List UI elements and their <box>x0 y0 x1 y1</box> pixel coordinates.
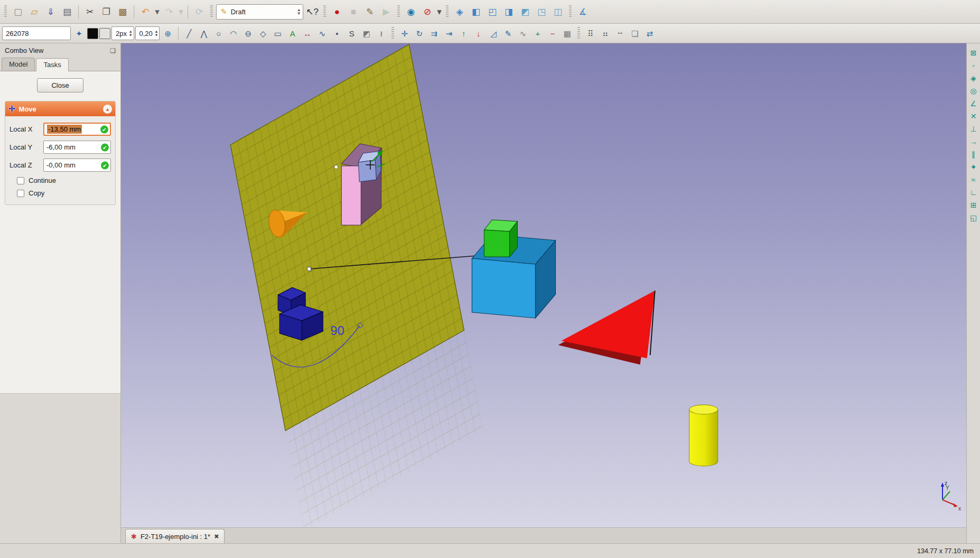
snap-midpoint-button[interactable]: ◈ <box>968 72 979 83</box>
scale-spinbox[interactable]: 0,20 ▴▾ <box>135 26 160 40</box>
toolbar-handle[interactable] <box>323 5 326 18</box>
draft-ellipse-button[interactable]: ⊖ <box>241 26 255 41</box>
cylinder-object[interactable] <box>689 405 718 466</box>
snap-working-plane-button[interactable]: ◱ <box>968 212 979 223</box>
macro-edit-button[interactable]: ✎ <box>362 4 378 20</box>
draft-shapestring-button[interactable]: S <box>344 26 359 41</box>
line-width-selector[interactable]: 2px ▴▾ <box>111 26 134 40</box>
draft-trimex-button[interactable]: ⇥ <box>442 26 456 41</box>
draft-line-button[interactable]: ╱ <box>182 26 196 41</box>
toolbar-handle[interactable] <box>577 27 580 40</box>
snap-perpendicular-button[interactable]: ⊥ <box>968 123 979 134</box>
collapse-panel-icon[interactable]: ▴ <box>103 105 112 114</box>
draft-clone-button[interactable]: ❏ <box>628 26 642 41</box>
draft-point-array-button[interactable]: ⠒ <box>613 26 627 41</box>
snap-endpoint-button[interactable]: ◦ <box>968 60 979 71</box>
redo-menu-button[interactable]: ▾ <box>178 4 184 20</box>
coordinate-input[interactable]: 262078 <box>2 26 71 40</box>
workbench-selector[interactable]: ✎ Draft ▴▾ <box>216 4 303 20</box>
snap-parallel-button[interactable]: ∥ <box>968 148 979 160</box>
view-rear-button[interactable]: ◩ <box>517 4 533 20</box>
local-z-input[interactable]: -0,00 mm ✔ <box>43 159 111 172</box>
snap-lock-button[interactable]: ⊠ <box>968 47 979 58</box>
toolbar-handle[interactable] <box>391 27 394 40</box>
draft-point-button[interactable]: • <box>330 26 344 41</box>
toolbar-handle[interactable] <box>4 5 7 18</box>
draft-circle-button[interactable]: ○ <box>211 26 226 41</box>
draft-offset-button[interactable]: ⇉ <box>427 26 441 41</box>
view-left-button[interactable]: ◫ <box>550 4 566 20</box>
save-button[interactable]: ⇓ <box>43 4 59 20</box>
toolbar-handle[interactable] <box>569 5 572 18</box>
macro-record-button[interactable]: ● <box>329 4 345 20</box>
draft-wire-to-bspline-button[interactable]: ∿ <box>516 26 530 41</box>
draft-bspline-button[interactable]: ∿ <box>315 26 329 41</box>
draft-text-button[interactable]: A <box>285 26 300 41</box>
local-x-input[interactable]: -13,50 mm ✔ <box>43 123 111 136</box>
continue-checkbox[interactable] <box>17 177 24 184</box>
draft-downgrade-button[interactable]: ↓ <box>471 26 486 41</box>
tab-tasks[interactable]: Tasks <box>36 58 68 71</box>
draft-dimension-button[interactable]: ↔ <box>300 26 314 41</box>
new-file-button[interactable]: ▢ <box>10 4 26 20</box>
draft-rectangle-button[interactable]: ▭ <box>270 26 285 41</box>
whats-this-button[interactable]: ↖? <box>304 4 320 20</box>
toolbar-handle[interactable] <box>397 5 400 18</box>
line-width-arrows[interactable]: ▴▾ <box>129 30 132 37</box>
3d-view[interactable]: 90 <box>121 43 966 527</box>
draft-move-button[interactable]: ✛ <box>397 26 412 41</box>
document-tab[interactable]: ✱ F2-T19-ejemplo-ini : 1* ✖ <box>125 529 225 543</box>
draw-style-button[interactable]: ⊘ <box>419 4 435 20</box>
cut-button[interactable]: ✂ <box>82 4 98 20</box>
undo-menu-button[interactable]: ▾ <box>154 4 161 20</box>
draft-wire-button[interactable]: ⋀ <box>197 26 211 41</box>
toolbar-handle[interactable] <box>210 5 213 18</box>
copy-button[interactable]: ❐ <box>98 4 114 20</box>
view-axonometric-button[interactable]: ◈ <box>452 4 468 20</box>
view-front-button[interactable]: ◧ <box>468 4 484 20</box>
face-color-swatch[interactable] <box>99 28 110 39</box>
red-triangle-object[interactable] <box>558 291 655 365</box>
tab-close-icon[interactable]: ✖ <box>214 533 219 540</box>
move-task-header[interactable]: ✛ Move ▴ <box>5 101 115 116</box>
snap-angle-button[interactable]: ∠ <box>968 98 979 109</box>
paste-button[interactable]: ▩ <box>115 4 130 20</box>
macro-stop-button[interactable]: ■ <box>346 4 361 20</box>
autogroup-button[interactable]: ⊕ <box>161 26 175 41</box>
scale-arrows[interactable]: ▴▾ <box>155 30 158 37</box>
line-color-swatch[interactable] <box>87 28 98 39</box>
draft-array-button[interactable]: ⠿ <box>583 26 598 41</box>
macro-play-button[interactable]: ▶ <box>378 4 394 20</box>
pivot-handle[interactable] <box>307 267 311 271</box>
draft-bezier-button[interactable]: ≀ <box>374 26 388 41</box>
print-button[interactable]: ▤ <box>59 4 75 20</box>
draw-style-menu-button[interactable]: ▾ <box>436 4 443 20</box>
zoom-selection-button[interactable]: ◉ <box>403 4 419 20</box>
snap-special-button[interactable]: ✦ <box>968 161 979 172</box>
draft-upgrade-button[interactable]: ↑ <box>456 26 471 41</box>
refresh-button[interactable]: ⟳ <box>191 4 207 20</box>
draft-shape2dview-button[interactable]: ▦ <box>560 26 574 41</box>
draft-scale-button[interactable]: ◿ <box>486 26 500 41</box>
green-cube-object[interactable] <box>484 220 517 257</box>
tab-model[interactable]: Model <box>2 58 35 71</box>
measure-button[interactable]: ∡ <box>575 4 591 20</box>
snap-grid-button[interactable]: ⊞ <box>968 199 979 210</box>
draft-to-sketch-button[interactable]: ⇄ <box>642 26 657 41</box>
draft-add-point-button[interactable]: + <box>530 26 545 41</box>
snap-center-button[interactable]: ◎ <box>968 85 979 96</box>
draft-edit-button[interactable]: ✎ <box>501 26 515 41</box>
draft-arc-button[interactable]: ◠ <box>226 26 240 41</box>
float-panel-icon[interactable]: ❏ <box>110 47 116 54</box>
undo-button[interactable]: ↶ <box>137 4 153 20</box>
view-right-button[interactable]: ◨ <box>501 4 517 20</box>
snap-near-button[interactable]: ≈ <box>968 174 979 185</box>
view-bottom-button[interactable]: ◳ <box>534 4 549 20</box>
snap-ortho-button[interactable]: ∟ <box>968 187 979 198</box>
local-y-input[interactable]: -6,00 mm ✔ <box>43 141 111 154</box>
workbench-selector-arrows[interactable]: ▴▾ <box>297 8 300 15</box>
draft-facebinder-button[interactable]: ◩ <box>359 26 374 41</box>
draft-remove-point-button[interactable]: − <box>545 26 559 41</box>
snap-extension-button[interactable]: → <box>968 136 979 147</box>
open-file-button[interactable]: ▱ <box>26 4 42 20</box>
